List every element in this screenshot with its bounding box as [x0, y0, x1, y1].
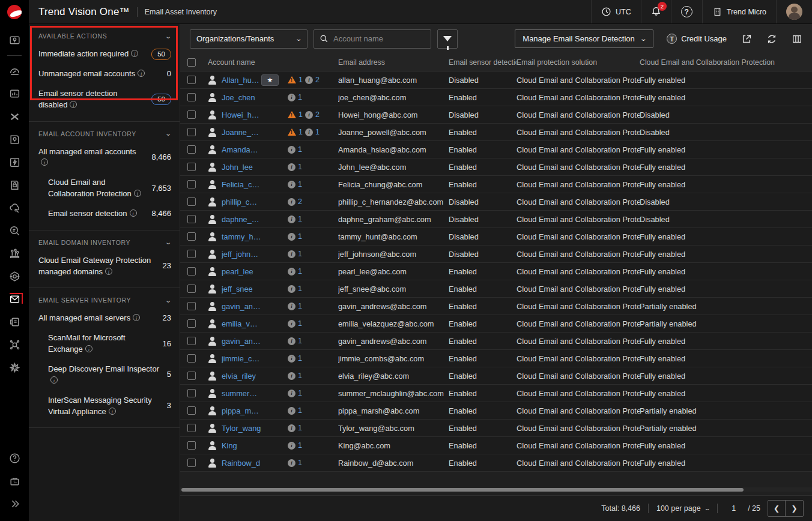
info-icon[interactable]: i [70, 101, 77, 108]
rail-item-service-gateway[interactable] [0, 310, 29, 333]
info-icon[interactable]: i [305, 76, 313, 84]
rail-item-search[interactable] [0, 219, 29, 242]
row-checkbox[interactable] [187, 372, 196, 380]
sidebar-section-header[interactable]: AVAILABLE ACTIONS⌄ [29, 26, 180, 44]
info-icon[interactable]: i [133, 314, 140, 321]
account-name-link[interactable]: gavin_andrews [222, 337, 261, 346]
warning-icon[interactable] [288, 111, 296, 118]
info-icon[interactable]: i [288, 233, 295, 241]
info-icon[interactable]: i [41, 158, 48, 166]
star-badge-button[interactable]: ★ [261, 74, 279, 86]
info-count-link[interactable]: 1 [298, 267, 302, 276]
rail-item-compliance[interactable] [0, 173, 29, 196]
info-count-link[interactable]: 1 [298, 319, 302, 328]
info-icon[interactable]: i [138, 70, 145, 77]
sidebar-item[interactable]: All managed email serversi23 [29, 309, 180, 328]
per-page-select[interactable]: 100 per page ⌄ [656, 504, 709, 513]
row-checkbox[interactable] [187, 197, 196, 206]
timezone-selector[interactable]: UTC [591, 0, 641, 23]
refresh-button[interactable] [766, 34, 777, 44]
account-name-link[interactable]: Amanda_hsiao [222, 145, 261, 154]
row-checkbox[interactable] [187, 459, 196, 467]
column-header-email-protection-solution[interactable]: Email protection solution [517, 58, 640, 67]
user-menu[interactable] [776, 0, 812, 23]
account-name-link[interactable]: phillip_c_hernandez [222, 197, 261, 206]
rail-item-reports[interactable] [0, 82, 29, 105]
warning-count-link[interactable]: 1 [298, 128, 303, 136]
next-page-button[interactable]: ❯ [786, 501, 803, 516]
sidebar-item[interactable]: InterScan Messaging Security Virtual App… [29, 391, 180, 422]
row-checkbox[interactable] [187, 441, 196, 450]
info-count-link[interactable]: 1 [298, 406, 302, 415]
sidebar-item[interactable]: Cloud Email Gateway Protection managed d… [29, 251, 180, 282]
account-name-link[interactable]: summer_mclaughlin [222, 389, 261, 398]
info-icon[interactable]: i [288, 198, 295, 206]
rail-item-network-sensors[interactable] [0, 242, 29, 265]
info-icon[interactable]: i [288, 337, 295, 345]
account-name-link[interactable]: pearl_lee [222, 267, 261, 276]
account-name-link[interactable]: emilia_velazquez [222, 319, 261, 328]
info-icon[interactable]: i [288, 250, 295, 258]
column-header-email-sensor-detection[interactable]: Email sensor detection [449, 58, 517, 67]
row-checkbox[interactable] [187, 163, 196, 171]
info-icon[interactable]: i [288, 181, 295, 188]
row-checkbox[interactable] [187, 302, 196, 310]
row-checkbox[interactable] [187, 337, 196, 345]
rail-item-settings[interactable] [0, 356, 29, 379]
filter-button[interactable] [437, 29, 458, 49]
info-count-link[interactable]: 1 [298, 232, 302, 241]
account-name-link[interactable]: gavin_andrews [222, 302, 261, 311]
sidebar-section-header[interactable]: EMAIL SERVER INVENTORY⌄ [29, 291, 180, 309]
row-checkbox[interactable] [187, 145, 196, 154]
credit-usage-button[interactable]: T Credit Usage [667, 34, 727, 44]
sidebar-item[interactable]: All managed email accountsi8,466 [29, 142, 180, 173]
account-name-link[interactable]: Rainbow_d [222, 459, 261, 468]
account-name-link[interactable]: Howei_hong [222, 110, 261, 119]
scrollbar-thumb[interactable] [181, 488, 744, 492]
row-checkbox[interactable] [187, 267, 196, 276]
info-count-link[interactable]: 1 [298, 215, 302, 223]
rail-item-dashboard[interactable] [0, 59, 29, 82]
account-name-link[interactable]: elvia_riley [222, 372, 261, 381]
info-icon[interactable]: i [288, 320, 295, 328]
info-count-link[interactable]: 1 [298, 389, 302, 397]
info-count-link[interactable]: 1 [298, 354, 302, 363]
rail-item-help[interactable] [0, 447, 29, 469]
sidebar-item[interactable]: Unmanaged email accountsi0 [29, 64, 180, 84]
info-icon[interactable]: i [288, 390, 295, 397]
select-all-checkbox[interactable] [187, 58, 196, 67]
info-icon[interactable]: i [288, 268, 295, 276]
info-icon[interactable]: i [288, 94, 295, 101]
info-icon[interactable]: i [288, 303, 295, 310]
info-count-link[interactable]: 1 [315, 128, 320, 136]
info-count-link[interactable]: 1 [298, 337, 302, 345]
column-header-cloud-email-collab-protection[interactable]: Cloud Email and Collaboration Protection [640, 58, 812, 67]
rail-item-xdr[interactable] [0, 105, 29, 128]
rail-item-attack-surface[interactable] [0, 29, 29, 52]
info-icon[interactable]: i [85, 345, 92, 352]
info-count-link[interactable]: 1 [298, 424, 302, 432]
account-name-link[interactable]: Allan_huang [222, 76, 261, 85]
info-count-link[interactable]: 1 [298, 441, 302, 450]
row-checkbox[interactable] [187, 424, 196, 432]
info-icon[interactable]: i [288, 459, 295, 467]
page-number-input[interactable]: 1 [726, 502, 742, 514]
export-button[interactable] [741, 34, 752, 44]
info-count-link[interactable]: 1 [298, 93, 302, 101]
warning-count-link[interactable]: 1 [298, 76, 303, 84]
horizontal-scrollbar[interactable] [180, 487, 812, 492]
sidebar-item[interactable]: ScanMail for Microsoft Exchangei16 [29, 328, 180, 360]
info-count-link[interactable]: 2 [315, 76, 320, 84]
info-count-link[interactable]: 1 [298, 180, 302, 188]
column-header-email-address[interactable]: Email address [338, 58, 449, 67]
sidebar-item[interactable]: Deep Discovery Email Inspectori5 [29, 360, 180, 391]
row-checkbox[interactable] [187, 319, 196, 328]
row-checkbox[interactable] [187, 180, 196, 188]
rail-item-toolkit[interactable] [0, 469, 29, 492]
info-count-link[interactable]: 1 [298, 250, 302, 258]
rail-item-network-analysis[interactable] [0, 333, 29, 356]
info-count-link[interactable]: 1 [298, 459, 302, 467]
info-icon[interactable]: i [288, 442, 295, 450]
info-count-link[interactable]: 1 [298, 163, 302, 171]
sidebar-section-header[interactable]: EMAIL DOMAIN INVENTORY⌄ [29, 233, 180, 251]
